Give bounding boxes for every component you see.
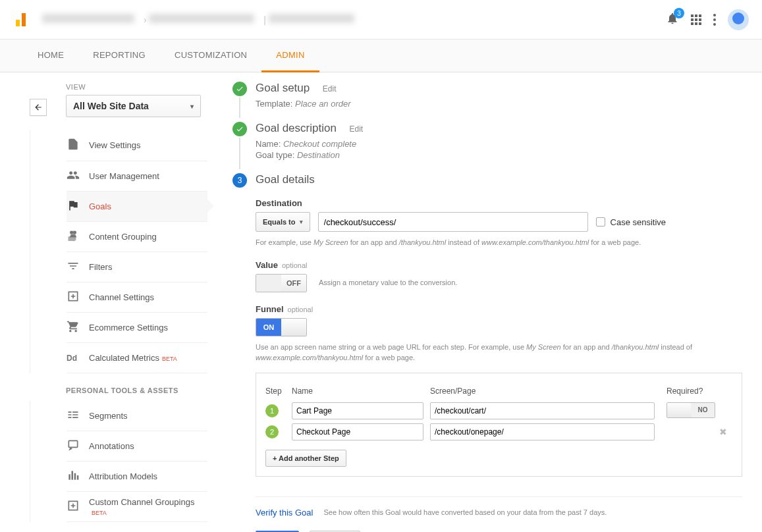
more-icon[interactable] [713, 14, 716, 26]
sidebar-item-channel-settings[interactable]: Channel Settings [67, 282, 207, 312]
destination-match-type[interactable]: Equals to [256, 212, 310, 232]
step-details-title: Goal details [256, 173, 315, 186]
funnel-step-row: 1 NO [265, 402, 732, 419]
step-setup-edit[interactable]: Edit [323, 84, 337, 93]
step-description-title: Goal description [256, 122, 337, 135]
funnel-step-page-input[interactable] [430, 423, 655, 440]
svg-rect-5 [68, 440, 77, 447]
main-tabs: HOME REPORTING CUSTOMIZATION ADMIN [0, 40, 762, 72]
value-toggle[interactable]: OFF [256, 274, 307, 292]
app-header: › | 3 [0, 0, 762, 40]
sidebar-item-annotations[interactable]: Annotations [67, 431, 207, 462]
analytics-logo [13, 12, 29, 28]
svg-rect-1 [22, 13, 26, 26]
file-icon [67, 138, 80, 151]
main-content: Goal setup Edit Template: Place an order… [217, 72, 762, 532]
user-avatar[interactable] [728, 9, 749, 30]
view-selector[interactable]: All Web Site Data [66, 95, 201, 117]
cart-icon [67, 320, 80, 333]
flag-icon [67, 199, 80, 212]
step-setup-title: Goal setup [256, 82, 310, 95]
sidebar: VIEW All Web Site Data View Settings Use… [0, 72, 217, 532]
sidebar-item-goals[interactable]: Goals [67, 191, 207, 221]
sidebar-item-view-settings[interactable]: View Settings [67, 130, 207, 161]
funnel-step-name-input[interactable] [292, 423, 423, 440]
sidebar-item-ecommerce-settings[interactable]: Ecommerce Settings [67, 312, 207, 342]
annotations-icon [67, 439, 80, 452]
add-step-button[interactable]: + Add another Step [265, 450, 346, 467]
filter-icon [67, 259, 80, 273]
people-icon [67, 169, 80, 182]
case-sensitive-label: Case sensitive [611, 217, 667, 227]
funnel-step-page-input[interactable] [430, 402, 655, 419]
destination-input[interactable] [318, 212, 588, 232]
tab-reporting[interactable]: REPORTING [78, 40, 160, 72]
funnel-toggle[interactable]: ON [256, 318, 307, 336]
funnel-step-number: 2 [265, 425, 279, 439]
back-arrow-icon [34, 103, 43, 112]
funnel-step-number: 1 [265, 404, 279, 417]
destination-hint: For example, use My Screen for an app an… [256, 237, 742, 248]
svg-rect-0 [16, 20, 20, 26]
breadcrumb: › | [42, 14, 666, 25]
funnel-steps-box: Step Name Screen/Page Required? 1 NO [256, 373, 742, 477]
bars-icon [67, 469, 80, 482]
tab-customization[interactable]: CUSTOMIZATION [160, 40, 261, 72]
svg-rect-6 [68, 474, 70, 479]
step-2-indicator [232, 122, 247, 136]
sidebar-item-custom-channel-groupings[interactable]: Custom Channel GroupingsBETA [67, 492, 207, 522]
funnel-step-required-toggle[interactable]: NO [667, 402, 715, 418]
sidebar-item-content-grouping[interactable]: Content Grouping [67, 221, 207, 252]
verify-goal-link[interactable]: Verify this Goal [256, 508, 313, 518]
sidebar-item-filters[interactable]: Filters [67, 252, 207, 282]
dd-icon: Dd [67, 354, 77, 363]
tab-admin[interactable]: ADMIN [261, 40, 319, 72]
destination-label: Destination [256, 198, 742, 208]
channel-icon [67, 290, 80, 303]
sidebar-item-user-management[interactable]: User Management [67, 161, 207, 191]
step-3-indicator: 3 [232, 173, 247, 188]
value-label: Valueoptional [256, 260, 742, 270]
check-icon [236, 85, 244, 93]
funnel-label: Funneloptional [256, 304, 742, 314]
tab-home[interactable]: HOME [23, 40, 78, 72]
grouping-icon [67, 229, 80, 242]
sidebar-item-segments[interactable]: Segments [67, 401, 207, 431]
funnel-step-name-input[interactable] [292, 402, 423, 419]
back-button[interactable] [30, 99, 47, 116]
sidebar-item-calculated-metrics[interactable]: DdCalculated MetricsBETA [67, 342, 207, 373]
step-description-edit[interactable]: Edit [349, 124, 363, 134]
funnel-hint: Use an app screen name string or a web p… [256, 342, 742, 363]
svg-rect-9 [77, 475, 79, 480]
step-1-indicator [232, 82, 247, 96]
notifications-button[interactable]: 3 [666, 12, 679, 27]
svg-point-3 [73, 230, 76, 234]
case-sensitive-checkbox[interactable] [596, 217, 605, 226]
custom-channel-icon [67, 499, 80, 512]
value-hint: Assign a monetary value to the conversio… [319, 277, 457, 288]
svg-rect-8 [74, 473, 76, 480]
check-icon [236, 125, 244, 133]
apps-icon[interactable] [691, 14, 701, 25]
svg-rect-7 [72, 471, 74, 479]
sidebar-item-attribution-models[interactable]: Attribution Models [67, 462, 207, 492]
section-label-personal: PERSONAL TOOLS & ASSETS [66, 386, 217, 394]
view-label: VIEW [66, 83, 217, 91]
notification-badge: 3 [674, 8, 684, 18]
remove-step-icon[interactable]: ✖ [719, 427, 727, 437]
funnel-step-row: 2 ✖ [265, 423, 732, 440]
verify-hint: See how often this Goal would have conve… [323, 508, 607, 516]
svg-point-2 [70, 230, 73, 234]
segments-icon [67, 408, 80, 421]
